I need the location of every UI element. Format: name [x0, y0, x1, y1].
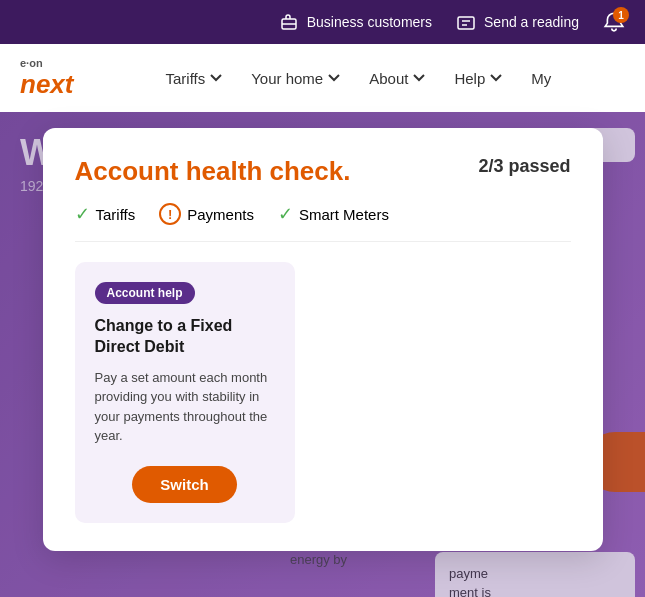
help-card-description: Pay a set amount each month providing yo…	[95, 368, 275, 446]
account-help-tag: Account help	[95, 282, 195, 304]
nav-help[interactable]: Help	[442, 62, 515, 95]
svg-rect-2	[458, 17, 474, 29]
nav-tariffs[interactable]: Tariffs	[153, 62, 235, 95]
help-card: Account help Change to a Fixed Direct De…	[75, 262, 295, 523]
logo[interactable]: e·on next	[20, 57, 73, 100]
chevron-down-icon	[327, 71, 341, 85]
nav-bar: e·on next Tariffs Your home About Help M…	[0, 44, 645, 112]
chevron-down-icon	[412, 71, 426, 85]
tariffs-label: Tariffs	[96, 206, 136, 223]
logo-next: next	[20, 69, 73, 100]
nav-items: Tariffs Your home About Help My	[153, 62, 625, 95]
business-customers-label: Business customers	[307, 14, 432, 30]
send-reading-label: Send a reading	[484, 14, 579, 30]
nav-my[interactable]: My	[519, 62, 563, 95]
top-bar: Business customers Send a reading 1	[0, 0, 645, 44]
check-items-row: ✓ Tariffs ! Payments ✓ Smart Meters	[75, 203, 571, 242]
nav-your-home[interactable]: Your home	[239, 62, 353, 95]
payments-label: Payments	[187, 206, 254, 223]
notification-bell[interactable]: 1	[603, 11, 625, 33]
chevron-down-icon	[209, 71, 223, 85]
bell-wrap: 1	[603, 11, 625, 33]
warning-icon: !	[159, 203, 181, 225]
check-smart-meters: ✓ Smart Meters	[278, 203, 389, 225]
logo-eon: e·on	[20, 57, 73, 69]
checkmark-icon: ✓	[75, 203, 90, 225]
check-payments: ! Payments	[159, 203, 254, 225]
check-tariffs: ✓ Tariffs	[75, 203, 136, 225]
meter-icon	[456, 12, 476, 32]
send-reading-link[interactable]: Send a reading	[456, 12, 579, 32]
smart-meters-label: Smart Meters	[299, 206, 389, 223]
notification-badge: 1	[613, 7, 629, 23]
modal-score: 2/3 passed	[478, 156, 570, 177]
modal-title: Account health check.	[75, 156, 351, 187]
chevron-down-icon	[489, 71, 503, 85]
account-health-modal: Account health check. 2/3 passed ✓ Tarif…	[43, 128, 603, 551]
nav-about[interactable]: About	[357, 62, 438, 95]
business-customers-link[interactable]: Business customers	[279, 12, 432, 32]
checkmark-icon: ✓	[278, 203, 293, 225]
modal-header: Account health check. 2/3 passed	[75, 156, 571, 187]
switch-button[interactable]: Switch	[132, 466, 236, 503]
modal-overlay: Account health check. 2/3 passed ✓ Tarif…	[0, 112, 645, 597]
briefcase-icon	[279, 12, 299, 32]
help-card-title: Change to a Fixed Direct Debit	[95, 316, 275, 358]
